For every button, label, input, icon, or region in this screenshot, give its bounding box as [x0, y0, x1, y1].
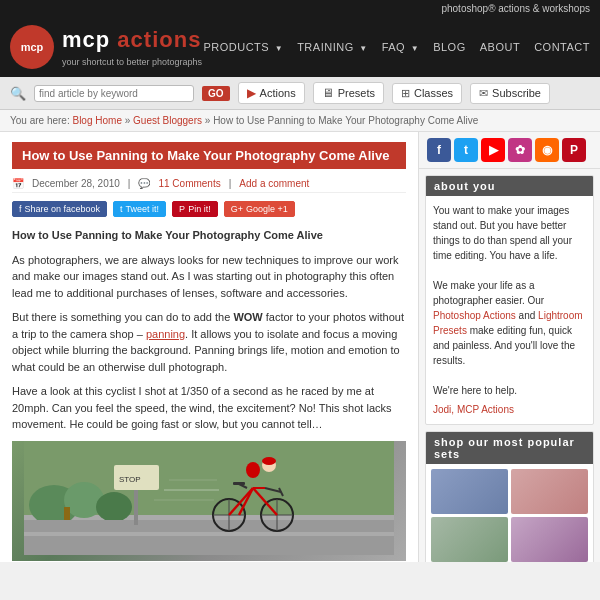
shop-image-3: [431, 517, 508, 562]
pin-label: Pin it!: [188, 204, 211, 214]
article-date: December 28, 2010: [32, 178, 120, 189]
sidebar-instagram-icon[interactable]: ✿: [508, 138, 532, 162]
calendar-icon: 📅: [12, 178, 24, 189]
classes-label: Classes: [414, 87, 453, 99]
about-text1: You want to make your images stand out. …: [433, 203, 586, 263]
header: mcp mcp actions your shortcut to better …: [0, 17, 600, 77]
cyclist-svg: STOP: [18, 441, 400, 555]
about-text2: We make your life as a photographer easi…: [433, 278, 586, 368]
logo-name: mcp actions: [62, 27, 201, 53]
article-body: How to Use Panning to Make Your Photogra…: [12, 227, 406, 433]
social-icons-bar: f t ▶ ✿ ◉ P: [419, 132, 600, 169]
svg-point-25: [246, 462, 260, 478]
add-comment-link[interactable]: Add a comment: [239, 178, 309, 189]
sidebar-rss-icon[interactable]: ◉: [535, 138, 559, 162]
sidebar-about-section: about you You want to make your images s…: [425, 175, 594, 425]
sidebar-pinterest-icon[interactable]: P: [562, 138, 586, 162]
subscribe-button[interactable]: ✉ Subscribe: [470, 83, 550, 104]
breadcrumb-current: How to Use Panning to Make Your Photogra…: [213, 115, 478, 126]
photoshop-actions-link[interactable]: Photoshop Actions: [433, 310, 516, 321]
nav-training[interactable]: TRAINING ▼: [297, 41, 368, 53]
top-bar: photoshop® actions & workshops: [0, 0, 600, 17]
main-nav: PRODUCTS ▼ TRAINING ▼ FAQ ▼ BLOG ABOUT C…: [203, 41, 590, 53]
go-button[interactable]: GO: [202, 86, 230, 101]
about-text3: We're here to help.: [433, 383, 586, 398]
svg-rect-6: [24, 520, 394, 555]
svg-text:STOP: STOP: [119, 475, 141, 484]
subscribe-label: Subscribe: [492, 87, 541, 99]
shop-grid: [426, 464, 593, 562]
play-icon: ▶: [247, 86, 256, 100]
sidebar-shop-section: shop our most popular sets → Shop MCP: [425, 431, 594, 562]
breadcrumb-sep2: »: [205, 115, 213, 126]
classes-button[interactable]: ⊞ Classes: [392, 83, 462, 104]
comments-link[interactable]: 11 Comments: [158, 178, 220, 189]
pinterest-icon: P: [179, 204, 185, 214]
twitter-icon: t: [120, 204, 123, 214]
article-heading: How to Use Panning to Make Your Photogra…: [12, 227, 406, 244]
svg-point-27: [262, 457, 276, 465]
toolbar: 🔍 GO ▶ Actions 🖥 Presets ⊞ Classes ✉ Sub…: [0, 77, 600, 110]
breadcrumb: You are here: Blog Home » Guest Bloggers…: [0, 110, 600, 132]
tw-label: Tweet it!: [126, 204, 160, 214]
svg-point-4: [96, 492, 132, 522]
logo-subtitle: your shortcut to better photographs: [62, 57, 202, 67]
breadcrumb-blog-home[interactable]: Blog Home: [72, 115, 121, 126]
shop-image-1: [431, 469, 508, 514]
shop-image-2: [511, 469, 588, 514]
sidebar-twitter-icon[interactable]: t: [454, 138, 478, 162]
breadcrumb-guest-bloggers[interactable]: Guest Bloggers: [133, 115, 202, 126]
shop-image-4: [511, 517, 588, 562]
sidebar-youtube-icon[interactable]: ▶: [481, 138, 505, 162]
fb-label: Share on facebook: [25, 204, 101, 214]
search-input[interactable]: [39, 88, 189, 99]
article-title-bar: How to Use Panning to Make Your Photogra…: [12, 142, 406, 169]
logo-letters: mcp: [21, 40, 44, 54]
nav-products[interactable]: PRODUCTS ▼: [203, 41, 283, 53]
panning-link[interactable]: panning: [146, 328, 185, 340]
pinterest-share-button[interactable]: P Pin it!: [172, 201, 218, 217]
article-image: STOP: [12, 441, 406, 561]
logo-info: mcp actions your shortcut to better phot…: [54, 27, 202, 67]
nav-about[interactable]: ABOUT: [480, 41, 520, 53]
nav-faq[interactable]: FAQ ▼: [382, 41, 419, 53]
article-meta: 📅 December 28, 2010 | 💬 11 Comments | Ad…: [12, 175, 406, 193]
logo-circle: mcp: [10, 25, 54, 69]
shop-section-title: shop our most popular sets: [426, 432, 593, 464]
svg-rect-24: [233, 482, 245, 485]
search-wrap: [34, 85, 194, 102]
social-bar: f Share on facebook t Tweet it! P Pin it…: [12, 201, 406, 217]
content-wrap: How to Use Panning to Make Your Photogra…: [0, 132, 600, 562]
grid-icon: ⊞: [401, 87, 410, 100]
article-para2: But there is something you can do to add…: [12, 309, 406, 375]
logo-block: mcp mcp actions your shortcut to better …: [10, 25, 202, 69]
top-bar-label: photoshop® actions & workshops: [441, 3, 590, 14]
nav-blog[interactable]: BLOG: [433, 41, 466, 53]
breadcrumb-prefix: You are here:: [10, 115, 72, 126]
twitter-share-button[interactable]: t Tweet it!: [113, 201, 166, 217]
facebook-share-button[interactable]: f Share on facebook: [12, 201, 107, 217]
article-para3: Have a look at this cyclist I shot at 1/…: [12, 383, 406, 433]
wow-text: WOW: [233, 311, 262, 323]
main-content: How to Use Panning to Make Your Photogra…: [0, 132, 418, 562]
meta-sep2: |: [229, 178, 232, 189]
actions-button[interactable]: ▶ Actions: [238, 82, 305, 104]
googleplus-share-button[interactable]: G+ Google +1: [224, 201, 295, 217]
article-title: How to Use Panning to Make Your Photogra…: [22, 148, 389, 163]
sidebar-facebook-icon[interactable]: f: [427, 138, 451, 162]
search-icon: 🔍: [10, 86, 26, 101]
nav-contact[interactable]: CONTACT: [534, 41, 590, 53]
breadcrumb-sep1: »: [125, 115, 133, 126]
mail-icon: ✉: [479, 87, 488, 100]
monitor-icon: 🖥: [322, 86, 334, 100]
fb-icon: f: [19, 204, 22, 214]
logo-name-accent: actions: [117, 27, 201, 52]
presets-button[interactable]: 🖥 Presets: [313, 82, 384, 104]
svg-rect-7: [24, 532, 394, 536]
about-section-body: You want to make your images stand out. …: [426, 196, 593, 424]
article-para1: As photographers, we are always looks fo…: [12, 252, 406, 302]
comment-bubble-icon: 💬: [138, 178, 150, 189]
author-name: Jodi, MCP Actions: [433, 402, 586, 417]
about-section-title: about you: [426, 176, 593, 196]
actions-label: Actions: [260, 87, 296, 99]
